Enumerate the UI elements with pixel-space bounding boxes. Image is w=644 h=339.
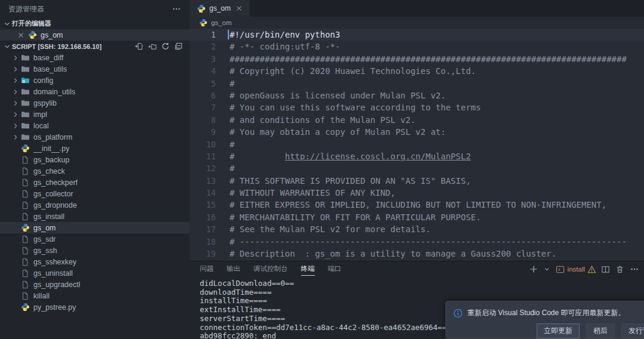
tree-item-gs_check[interactable]: gs_check bbox=[0, 165, 190, 177]
tree-item-gs_sdr[interactable]: gs_sdr bbox=[0, 233, 190, 245]
new-terminal-icon[interactable] bbox=[529, 264, 539, 275]
tree-item-label: __init__.py bbox=[33, 144, 69, 153]
kill-terminal-icon[interactable] bbox=[615, 264, 625, 275]
panel-tab-输出[interactable]: 输出 bbox=[227, 261, 240, 277]
chevron-right-icon bbox=[11, 65, 20, 73]
terminal-line: downloadTime==== bbox=[200, 288, 644, 297]
breadcrumb[interactable]: gs_om bbox=[190, 17, 644, 29]
code-link[interactable]: http://license.coscl.org.cn/MulanPSL2 bbox=[285, 152, 471, 161]
chevron-right-icon bbox=[11, 54, 20, 62]
open-editors-section[interactable]: 打开的编辑器 bbox=[0, 18, 190, 29]
chevron-right-icon bbox=[11, 110, 20, 119]
code-area[interactable]: 1#!/usr/bin/env python32# -*- coding:utf… bbox=[190, 29, 644, 260]
tree-item-local[interactable]: local bbox=[0, 120, 190, 131]
tree-item-base_diff[interactable]: base_diff bbox=[0, 52, 190, 63]
new-folder-button[interactable] bbox=[147, 41, 157, 51]
code-text: # Copyright (c) 2020 Huawei Technologies… bbox=[230, 65, 476, 77]
tree-item-gs_dropnode[interactable]: gs_dropnode bbox=[0, 199, 190, 211]
code-text: # openGauss is licensed under Mulan PSL … bbox=[230, 90, 445, 101]
terminal-dropdown-icon[interactable] bbox=[543, 264, 551, 275]
editor-group: gs_om gs_om 1#!/usr/bin/env python32# -*… bbox=[190, 0, 644, 261]
code-line-12[interactable]: 12# bbox=[190, 162, 644, 174]
tree-item-py_pstree.py[interactable]: py_pstree.py bbox=[0, 301, 190, 313]
tree-item-config[interactable]: config bbox=[0, 75, 190, 86]
tree-item-label: gs_backup bbox=[33, 156, 69, 164]
chevron-right-icon bbox=[11, 133, 20, 141]
code-line-19[interactable]: 19# Description : gs_om is a utility to … bbox=[190, 248, 644, 260]
code-text: # WITHOUT WARRANTIES OF ANY KIND, bbox=[230, 187, 395, 199]
tree-item-__init__.py[interactable]: __init__.py bbox=[0, 143, 190, 154]
python-file-icon bbox=[20, 303, 30, 312]
file-icon bbox=[20, 292, 30, 300]
tree-item-gspylib[interactable]: gspylib bbox=[0, 97, 190, 109]
python-file-icon bbox=[27, 30, 37, 39]
line-number: 8 bbox=[190, 114, 216, 126]
panel-tab-终端[interactable]: 终端 bbox=[301, 261, 315, 277]
line-number: 1 bbox=[190, 29, 216, 41]
open-editor-item-gs_om[interactable]: gs_om bbox=[0, 29, 190, 41]
python-file-icon bbox=[20, 223, 30, 232]
notification-button-稍后[interactable]: 稍后 bbox=[586, 323, 615, 338]
refresh-explorer-button[interactable] bbox=[160, 41, 171, 51]
terminal-instance-install[interactable]: install bbox=[555, 264, 596, 275]
code-line-2[interactable]: 2# -*- coding:utf-8 -*- bbox=[190, 41, 644, 53]
close-editor-icon[interactable] bbox=[16, 30, 26, 40]
code-line-8[interactable]: 8# and conditions of the Mulan PSL v2. bbox=[190, 114, 644, 126]
tree-item-label: gs_dropnode bbox=[33, 201, 77, 209]
tree-item-gs_uninstall[interactable]: gs_uninstall bbox=[0, 267, 190, 279]
tree-item-label: gs_sshexkey bbox=[33, 258, 76, 266]
tree-item-gs_sshexkey[interactable]: gs_sshexkey bbox=[0, 256, 190, 267]
code-line-14[interactable]: 14# WITHOUT WARRANTIES OF ANY KIND, bbox=[190, 187, 644, 199]
tree-item-label: impl bbox=[33, 110, 47, 119]
tree-item-gs_checkperf[interactable]: gs_checkperf bbox=[0, 177, 190, 188]
tree-item-gs_backup[interactable]: gs_backup bbox=[0, 154, 190, 165]
tree-item-gs_collector[interactable]: gs_collector bbox=[0, 188, 190, 199]
code-line-11[interactable]: 11# http://license.coscl.org.cn/MulanPSL… bbox=[190, 150, 644, 162]
tab-gs_om[interactable]: gs_om bbox=[190, 0, 250, 17]
code-line-16[interactable]: 16# MERCHANTABILITY OR FIT FOR A PARTICU… bbox=[190, 211, 644, 223]
warning-icon bbox=[587, 264, 596, 275]
notification-button-发行说明[interactable]: 发行说明 bbox=[621, 323, 644, 338]
tree-item-base_utils[interactable]: base_utils bbox=[0, 63, 190, 75]
code-line-15[interactable]: 15# EITHER EXPRESS OR IMPLIED, INCLUDING… bbox=[190, 199, 644, 211]
line-number: 19 bbox=[190, 248, 216, 260]
new-file-button[interactable] bbox=[134, 41, 144, 51]
split-terminal-icon[interactable] bbox=[600, 264, 611, 275]
chevron-down-icon bbox=[2, 20, 12, 28]
python-file-icon bbox=[20, 144, 30, 153]
tree-item-label: killall bbox=[33, 292, 49, 300]
code-line-18[interactable]: 18# ------------------------------------… bbox=[190, 236, 644, 248]
code-line-1[interactable]: 1#!/usr/bin/env python3 bbox=[190, 29, 644, 41]
close-tab-icon[interactable] bbox=[234, 4, 244, 13]
code-line-4[interactable]: 4# Copyright (c) 2020 Huawei Technologie… bbox=[190, 65, 644, 77]
tree-item-domain_utils[interactable]: domain_utils bbox=[0, 86, 190, 97]
code-line-17[interactable]: 17# See the Mulan PSL v2 for more detail… bbox=[190, 223, 644, 235]
notification-button-立即更新[interactable]: 立即更新 bbox=[537, 323, 580, 338]
tree-item-gs_upgradectl[interactable]: gs_upgradectl bbox=[0, 279, 190, 290]
code-line-6[interactable]: 6# openGauss is licensed under Mulan PSL… bbox=[190, 90, 644, 101]
tree-item-gs_install[interactable]: gs_install bbox=[0, 211, 190, 222]
code-line-3[interactable]: 3#######################################… bbox=[190, 53, 644, 65]
code-text: # You can use this software according to… bbox=[230, 101, 481, 113]
collapse-folders-button[interactable] bbox=[174, 41, 184, 51]
tree-item-os_platform[interactable]: os_platform bbox=[0, 131, 190, 143]
code-line-10[interactable]: 10# bbox=[190, 138, 644, 150]
script-section-header[interactable]: SCRIPT [SSH: 192.168.56.10] bbox=[0, 41, 190, 52]
code-line-13[interactable]: 13# THIS SOFTWARE IS PROVIDED ON AN "AS … bbox=[190, 175, 644, 187]
line-number: 3 bbox=[190, 53, 216, 65]
tree-item-gs_om[interactable]: gs_om bbox=[0, 222, 190, 233]
code-line-9[interactable]: 9# You may obtain a copy of Mulan PSL v2… bbox=[190, 126, 644, 138]
more-actions-icon[interactable] bbox=[172, 4, 181, 14]
code-line-7[interactable]: 7# You can use this software according t… bbox=[190, 101, 644, 113]
panel-more-icon[interactable] bbox=[629, 264, 639, 275]
panel-tab-端口[interactable]: 端口 bbox=[328, 261, 342, 277]
tree-item-gs_ssh[interactable]: gs_ssh bbox=[0, 245, 190, 256]
tree-item-killall[interactable]: killall bbox=[0, 290, 190, 301]
panel-tab-问题[interactable]: 问题 bbox=[200, 261, 213, 277]
panel-tab-调试控制台[interactable]: 调试控制台 bbox=[253, 261, 288, 277]
tree-item-impl[interactable]: impl bbox=[0, 109, 190, 120]
chevron-right-icon bbox=[11, 99, 20, 107]
file-icon bbox=[20, 156, 30, 164]
folder-icon bbox=[20, 64, 30, 73]
code-line-5[interactable]: 5# bbox=[190, 78, 644, 90]
